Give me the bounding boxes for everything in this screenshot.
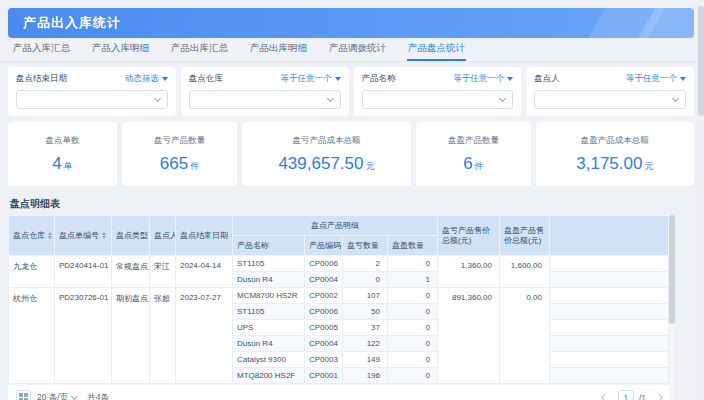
stat-card-gain-cost: 盘盈产品成本总额 3,175.00元 — [536, 122, 694, 186]
page-banner: 产品出入库统计 — [8, 8, 694, 38]
tab-outbound-summary[interactable]: 产品出库汇总 — [170, 42, 229, 61]
gain-qty-cell: 0 — [388, 304, 438, 320]
sort-icon — [48, 232, 52, 239]
gain-qty-cell: 0 — [388, 336, 438, 352]
page-size-select[interactable]: 20 条/页 — [37, 392, 77, 400]
loss-total-cell: 1,360.00 — [438, 256, 500, 288]
filter-label: 盘点结束日期 — [16, 73, 67, 85]
gain-total-cell: 0.00 — [500, 288, 550, 384]
loss-qty-cell: 107 — [343, 288, 388, 304]
warehouse-select[interactable] — [189, 90, 341, 109]
table-scrollbar-thumb[interactable] — [669, 215, 675, 324]
pager-controls: 1 /1 — [597, 390, 667, 400]
product-name-cell: Dusun R4 — [233, 272, 305, 288]
col-header-order-no[interactable]: 盘点单编号 — [55, 216, 112, 256]
product-code-cell: CP0005 — [305, 320, 343, 336]
end-date-cell: 2024-04-14 — [176, 256, 233, 288]
chevron-right-icon — [655, 394, 662, 400]
tab-inbound-summary[interactable]: 产品入库汇总 — [12, 42, 71, 61]
col-header-loss-total[interactable]: 盘亏产品售价总额(元) — [438, 216, 500, 256]
product-name-cell: ST1105 — [233, 304, 305, 320]
filter-label: 产品名称 — [362, 73, 396, 85]
filter-operator-link[interactable]: 等于任意一个 — [626, 73, 686, 85]
table-settings-button[interactable] — [16, 390, 31, 400]
table-row: 杭州仓 PD230726-01 期初盘点 张超 2023-07-27 MCM87… — [9, 288, 669, 304]
filler-cell — [550, 320, 669, 336]
grid-icon — [19, 393, 28, 400]
chevron-down-icon — [326, 95, 333, 102]
tab-outbound-detail[interactable]: 产品出库明细 — [249, 42, 308, 61]
current-page-button[interactable]: 1 — [618, 390, 634, 400]
next-page-button[interactable] — [651, 390, 667, 400]
filter-bar: 盘点结束日期 动态筛选 盘点仓库 等于任意一个 产品名称 等于任意一个 盘点人 — [0, 62, 704, 120]
page-total-label: /1 — [639, 393, 646, 400]
product-name-cell: ST1105 — [233, 256, 305, 272]
col-header-person[interactable]: 盘点人 — [150, 216, 176, 256]
caret-down-icon — [335, 77, 341, 81]
loss-qty-cell: 37 — [343, 320, 388, 336]
filler-cell — [550, 272, 669, 288]
gain-qty-cell: 0 — [388, 288, 438, 304]
product-code-cell: CP0004 — [305, 336, 343, 352]
tab-bar: 产品入库汇总 产品入库明细 产品出库汇总 产品出库明细 产品调拨统计 产品盘点统… — [0, 38, 704, 62]
order-no-cell: PD240414-01 — [55, 256, 112, 288]
tab-inbound-detail[interactable]: 产品入库明细 — [91, 42, 150, 61]
col-header-type[interactable]: 盘点类型 — [112, 216, 150, 256]
sort-icon — [102, 232, 106, 239]
gain-qty-cell: 0 — [388, 256, 438, 272]
page-scrollbar[interactable] — [698, 0, 704, 400]
person-select[interactable] — [534, 90, 686, 109]
filter-product-name: 产品名称 等于任意一个 — [354, 67, 522, 116]
loss-qty-cell: 149 — [343, 352, 388, 368]
tab-transfer-stats[interactable]: 产品调拨统计 — [328, 42, 387, 61]
page-scrollbar-thumb[interactable] — [698, 6, 704, 116]
col-header-end-date[interactable]: 盘点结束日期 — [176, 216, 233, 256]
filter-end-date: 盘点结束日期 动态筛选 — [8, 67, 176, 116]
col-header-loss-qty[interactable]: 盘亏数量 — [343, 236, 388, 256]
stocktake-detail-table: 盘点仓库 盘点单编号 盘点类型 盘点人 盘点结束日期 盘点产品明细 盘亏产品售价… — [8, 215, 675, 400]
end-date-cell: 2023-07-27 — [176, 288, 233, 384]
product-name-cell: Catalyst 9300 — [233, 352, 305, 368]
prev-page-button[interactable] — [597, 390, 613, 400]
col-header-warehouse[interactable]: 盘点仓库 — [9, 216, 55, 256]
filter-operator-link[interactable]: 等于任意一个 — [453, 73, 513, 85]
chevron-down-icon — [672, 95, 679, 102]
stat-card-loss-cost: 盘亏产品成本总额 439,657.50元 — [242, 122, 411, 186]
product-name-select[interactable] — [362, 90, 514, 109]
type-cell: 常规盘点 — [112, 256, 150, 288]
filter-operator-link[interactable]: 动态筛选 — [125, 73, 168, 85]
product-name-cell: UPS — [233, 320, 305, 336]
gain-qty-cell: 0 — [388, 352, 438, 368]
stat-card-gain-qty: 盘盈产品数量 6件 — [416, 122, 531, 186]
tab-stocktake-stats[interactable]: 产品盘点统计 — [407, 42, 466, 61]
pagination-bar: 20 条/页 共4条 1 /1 — [8, 384, 675, 400]
product-code-cell: CP0001 — [305, 368, 343, 384]
col-header-gain-qty[interactable]: 盘盈数量 — [388, 236, 438, 256]
stat-card-order-count: 盘点单数 4单 — [8, 122, 117, 186]
filter-label: 盘点仓库 — [189, 73, 223, 85]
col-group-header-products: 盘点产品明细 — [233, 216, 438, 236]
loss-qty-cell: 196 — [343, 368, 388, 384]
filler-cell — [550, 368, 669, 384]
filter-label: 盘点人 — [534, 73, 560, 85]
product-code-cell: CP0006 — [305, 256, 343, 272]
col-header-gain-total[interactable]: 盘盈产品售价总额(元) — [500, 216, 550, 256]
loss-qty-cell: 2 — [343, 256, 388, 272]
total-count-label: 共4条 — [87, 392, 109, 400]
filter-person: 盘点人 等于任意一个 — [526, 67, 694, 116]
chevron-down-icon — [71, 393, 78, 400]
filter-operator-link[interactable]: 等于任意一个 — [281, 73, 341, 85]
col-header-product-name[interactable]: 产品名称 — [233, 236, 305, 256]
person-cell: 宋江 — [150, 256, 176, 288]
chevron-down-icon — [499, 95, 506, 102]
table-scrollbar[interactable] — [669, 215, 675, 400]
end-date-select[interactable] — [16, 90, 168, 109]
caret-down-icon — [680, 77, 686, 81]
col-header-product-code[interactable]: 产品编码 — [305, 236, 343, 256]
product-name-cell: MCM8700 HS2R — [233, 288, 305, 304]
product-code-cell: CP0002 — [305, 288, 343, 304]
stats-row: 盘点单数 4单 盘亏产品数量 665件 盘亏产品成本总额 439,657.50元… — [0, 120, 704, 192]
product-name-cell: MTQ8200 HS2F — [233, 368, 305, 384]
caret-down-icon — [162, 77, 168, 81]
section-title: 盘点明细表 — [0, 192, 704, 215]
